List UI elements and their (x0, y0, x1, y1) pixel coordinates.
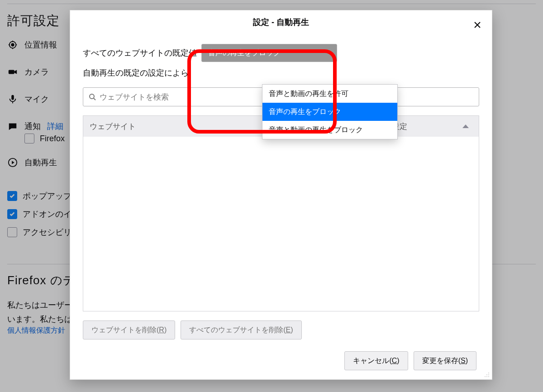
website-table: ウェブサイト 現在の設定 (83, 115, 479, 311)
dialog-header: 設定 - 自動再生 (70, 10, 492, 44)
search-placeholder: ウェブサイトを検索 (100, 92, 169, 102)
dialog-title: 設定 - 自動再生 (253, 17, 309, 28)
default-value-row: すべてのウェブサイトの既定値 音声の再生をブロック (83, 44, 479, 62)
select-current-value: 音声の再生をブロック (208, 48, 281, 58)
search-icon (89, 93, 96, 100)
save-button[interactable]: 変更を保存(S) (414, 351, 476, 370)
sort-asc-icon (462, 124, 469, 128)
default-select[interactable]: 音声の再生をブロック (201, 44, 337, 62)
resize-grip-icon[interactable] (484, 371, 490, 378)
remove-all-sites-button[interactable]: すべてのウェブサイトを削除(E) (181, 320, 301, 339)
remove-site-button[interactable]: ウェブサイトを削除(R) (83, 320, 175, 339)
option-block-audio[interactable]: 音声の再生をブロック (262, 103, 397, 121)
chevron-down-icon (325, 49, 331, 57)
cancel-button[interactable]: キャンセル(C) (344, 351, 408, 370)
close-icon[interactable] (470, 18, 485, 32)
default-label: すべてのウェブサイトの既定値 (83, 48, 197, 58)
dialog-right-actions: キャンセル(C) 変更を保存(S) (83, 351, 479, 370)
autoplay-settings-dialog: 設定 - 自動再生 すべてのウェブサイトの既定値 音声の再生をブロック 自動再生… (70, 10, 492, 380)
default-select-dropdown: 音声と動画の再生を許可 音声の再生をブロック 音声と動画の再生をブロック (262, 84, 398, 139)
svg-point-5 (90, 94, 94, 99)
option-block-audio-video[interactable]: 音声と動画の再生をブロック (262, 121, 397, 139)
autoplay-description: 自動再生の既定の設定によら (83, 67, 479, 78)
dialog-left-actions: ウェブサイトを削除(R) すべてのウェブサイトを削除(E) (83, 320, 479, 339)
option-allow-audio-video[interactable]: 音声と動画の再生を許可 (262, 85, 397, 103)
table-body-empty (83, 137, 479, 311)
